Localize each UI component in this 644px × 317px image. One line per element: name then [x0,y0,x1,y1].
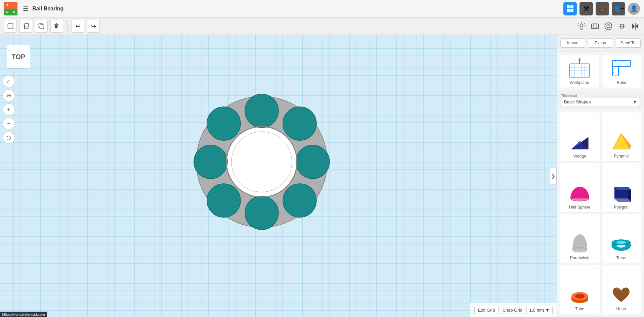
send-to-button[interactable]: Send To [616,38,641,48]
copy-paste-button[interactable] [19,20,32,33]
snap-grid-label: Snap Grid [503,308,522,313]
workplane-ruler: Workplane Ruler [557,51,644,91]
new-button[interactable] [4,20,17,33]
canvas-area[interactable]: TOP ⌂ ⊕ + − ⬡ [0,35,557,317]
shape-item-torus[interactable]: ☆ Torus [601,214,642,264]
avatar[interactable]: 👤 [628,3,640,15]
tools-button[interactable]: ⚒ [579,2,593,15]
add-user-button[interactable]: 👤+ [612,2,625,15]
workplane-button[interactable]: Workplane [560,54,599,88]
collapse-handle[interactable]: ❯ [550,168,557,184]
shape-item-wedge[interactable]: ☆ Wedge [560,112,600,162]
chevron-down-icon: ▼ [633,99,637,104]
fit-button[interactable]: ⊕ [3,89,15,101]
shape-name-wedge: Wedge [573,154,586,158]
view-label: TOP [7,45,30,69]
svg-point-70 [575,294,585,299]
home-button[interactable]: ⌂ [3,75,15,87]
toolbar2: 🗑 ↩ ↪ [0,17,644,35]
shape-item-heart[interactable]: ☆ Heart [601,265,642,314]
mirror-button[interactable] [631,21,640,31]
shape-name-heart: Heart [616,307,626,311]
projects-button[interactable]: 💼 [596,2,609,15]
svg-point-33 [296,145,330,179]
svg-rect-1 [570,5,573,8]
lights-button[interactable] [577,21,586,31]
shape-item-polygon[interactable]: ☆ Polygon [601,163,642,213]
logo-t: T [4,2,11,9]
project-title[interactable]: Ball Bearing [32,6,63,12]
bottom-bar: Edit Grid Snap Grid 1.0 mm ▼ [470,303,557,317]
favorite-icon[interactable]: ☆ [594,114,598,119]
svg-marker-43 [578,58,581,60]
svg-point-37 [194,145,227,179]
right-panel: Import Export Send To Workplane [557,35,644,317]
favorite-icon[interactable]: ☆ [635,216,640,221]
logo-n: N [4,9,11,15]
svg-point-36 [207,184,241,217]
shape-item-paraboloid[interactable]: ☆ Paraboloid [560,214,600,264]
svg-point-35 [245,196,278,230]
shape-item-half-sphere[interactable]: ☆ Half Sphere [560,163,600,213]
shape-name-torus: Torus [616,256,626,260]
action-buttons: Import Export Send To [557,35,644,51]
favorite-icon[interactable]: ☆ [594,266,598,272]
svg-point-18 [605,22,612,30]
shape-name-polygon: Polygon [614,205,629,210]
shape-item-tube[interactable]: ☆ Tube [560,265,600,314]
shape-name-half-sphere: Half Sphere [569,205,590,210]
zoom-in-button[interactable]: + [3,103,15,116]
export-button[interactable]: Export [588,38,613,48]
shape-name-pyramid: Pyramid [614,154,629,158]
grid-view-button[interactable] [563,2,577,15]
shape-library-select[interactable]: Basic Shapes ▼ [561,98,640,106]
delete-button[interactable]: 🗑 [50,20,63,33]
svg-marker-22 [633,24,635,28]
hide-button[interactable] [590,21,600,31]
favorite-icon[interactable]: ☆ [635,165,640,170]
url-bar: https://www.tinkercad.com [0,312,47,317]
duplicate-button[interactable] [35,20,48,33]
zoom-out-button[interactable]: − [3,118,15,130]
ruler-button[interactable]: Ruler [602,54,642,88]
separator [67,21,68,31]
import-button[interactable]: Import [560,38,585,48]
tinkercad-label: Tinkercad [561,94,640,98]
favorite-icon[interactable]: ☆ [635,114,640,119]
svg-rect-7 [40,25,44,29]
logo-i: I [11,2,17,9]
svg-point-8 [580,24,583,27]
svg-rect-3 [570,9,573,12]
svg-point-38 [207,107,241,140]
ruler-label: Ruler [617,80,627,85]
favorite-icon[interactable]: ☆ [594,165,598,170]
show-all-button[interactable] [604,21,613,31]
favorite-icon[interactable]: ☆ [594,216,598,221]
svg-rect-4 [8,24,13,29]
svg-point-17 [607,25,610,28]
svg-point-34 [283,184,316,217]
svg-line-10 [578,23,579,24]
list-icon[interactable]: ☰ [23,5,28,12]
bearing-model [174,91,349,240]
shape-library-header: Tinkercad Basic Shapes ▼ [557,91,644,109]
favorite-icon[interactable]: ☆ [635,266,640,272]
left-tools: ⌂ ⊕ + − ⬡ [3,75,15,144]
redo-button[interactable]: ↪ [87,20,100,33]
snap-grid-value[interactable]: 1.0 mm ▼ [526,306,553,314]
svg-rect-2 [567,9,570,12]
align-button[interactable] [617,21,627,31]
edit-grid-button[interactable]: Edit Grid [474,306,499,314]
perspective-button[interactable]: ⬡ [3,132,15,144]
svg-line-12 [584,23,585,24]
undo-button[interactable]: ↩ [72,20,84,33]
tinkercad-logo[interactable]: T I N K E R C A D [4,2,17,15]
svg-rect-0 [567,5,570,8]
svg-rect-44 [612,60,631,66]
svg-rect-45 [612,66,618,76]
main-area: TOP ⌂ ⊕ + − ⬡ [0,35,644,317]
workplane-label: Workplane [570,80,589,85]
logo-k: K [11,9,17,15]
svg-rect-5 [25,23,29,27]
shape-item-pyramid[interactable]: ☆ Pyramid [601,112,642,162]
